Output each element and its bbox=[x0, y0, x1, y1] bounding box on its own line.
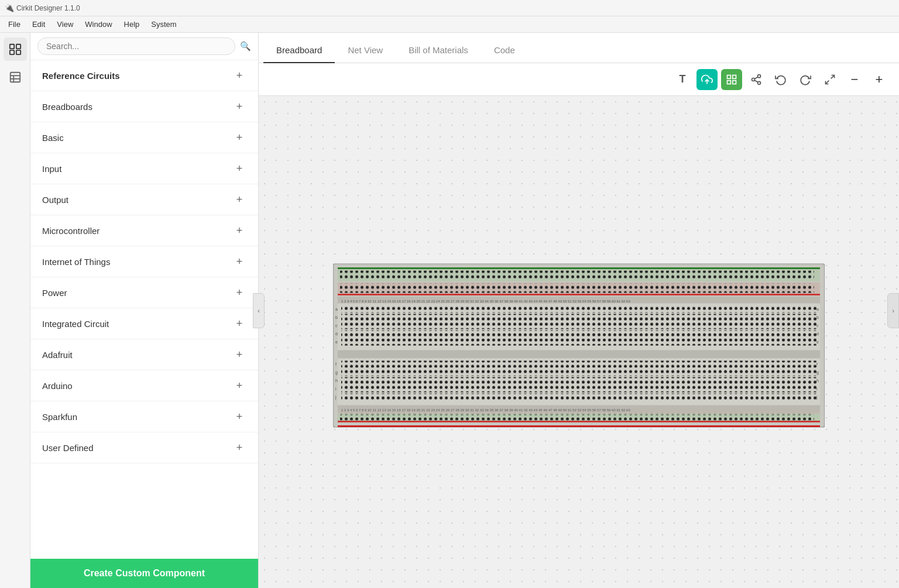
add-sparkfun[interactable]: + bbox=[232, 410, 246, 424]
add-input[interactable]: + bbox=[232, 161, 246, 176]
svg-rect-31 bbox=[341, 305, 816, 312]
tab-bom[interactable]: Bill of Materials bbox=[396, 38, 481, 63]
category-label-breadboards: Breadboards bbox=[42, 102, 92, 112]
main-layout: 🔍 Reference Circuits + Breadboards + Bas… bbox=[0, 33, 899, 588]
fullscreen-button[interactable] bbox=[819, 69, 840, 90]
svg-rect-27 bbox=[340, 283, 814, 293]
menubar: File Edit View Window Help System bbox=[0, 16, 899, 33]
category-label-iot: Internet of Things bbox=[42, 257, 110, 267]
add-user-defined[interactable]: + bbox=[232, 441, 246, 455]
category-microcontroller[interactable]: Microcontroller + bbox=[30, 215, 258, 246]
zoom-in-button[interactable]: + bbox=[869, 69, 890, 90]
category-breadboards[interactable]: Breadboards + bbox=[30, 91, 258, 122]
undo-icon bbox=[775, 74, 787, 85]
category-label-sparkfun: Sparkfun bbox=[42, 412, 77, 422]
category-label-arduino: Arduino bbox=[42, 381, 73, 391]
svg-text:d: d bbox=[816, 331, 819, 335]
grid-icon bbox=[726, 74, 737, 85]
search-bar: 🔍 bbox=[30, 33, 258, 60]
svg-rect-24 bbox=[340, 270, 814, 278]
add-breadboards[interactable]: + bbox=[232, 99, 246, 114]
add-reference-circuits[interactable]: + bbox=[232, 68, 246, 82]
menu-window[interactable]: Window bbox=[79, 19, 118, 30]
category-adafruit[interactable]: Adafruit + bbox=[30, 339, 258, 370]
svg-rect-48 bbox=[341, 360, 816, 367]
category-input[interactable]: Input + bbox=[30, 153, 258, 184]
category-ic[interactable]: Integrated Circuit + bbox=[30, 308, 258, 339]
add-output[interactable]: + bbox=[232, 192, 246, 207]
add-adafruit[interactable]: + bbox=[232, 348, 246, 362]
svg-line-18 bbox=[831, 75, 835, 78]
menu-help[interactable]: Help bbox=[118, 19, 146, 30]
breadboard-container: 1 2 3 4 5 6 7 8 9 10 11 12 13 14 15 16 1… bbox=[333, 263, 825, 427]
svg-rect-11 bbox=[728, 80, 731, 84]
add-microcontroller[interactable]: + bbox=[232, 223, 246, 238]
collapse-panel-left[interactable]: ‹ bbox=[253, 293, 265, 328]
svg-rect-70 bbox=[340, 414, 814, 420]
share-icon bbox=[750, 74, 762, 85]
text-tool-button[interactable]: T bbox=[672, 69, 693, 90]
create-custom-component-button[interactable]: Create Custom Component bbox=[30, 559, 258, 588]
svg-rect-52 bbox=[341, 393, 816, 400]
category-power[interactable]: Power + bbox=[30, 277, 258, 308]
svg-rect-9 bbox=[728, 75, 731, 78]
grid-toggle-button[interactable] bbox=[721, 69, 742, 90]
menu-edit[interactable]: Edit bbox=[26, 19, 51, 30]
category-sparkfun[interactable]: Sparkfun + bbox=[30, 401, 258, 432]
svg-rect-4 bbox=[10, 73, 20, 82]
add-power[interactable]: + bbox=[232, 286, 246, 300]
category-iot[interactable]: Internet of Things + bbox=[30, 246, 258, 277]
tab-breadboard[interactable]: Breadboard bbox=[263, 38, 335, 63]
menu-view[interactable]: View bbox=[51, 19, 79, 30]
add-ic[interactable]: + bbox=[232, 317, 246, 331]
svg-point-13 bbox=[758, 74, 761, 77]
category-label-power: Power bbox=[42, 288, 67, 298]
library-icon-btn[interactable] bbox=[4, 66, 27, 89]
category-basic[interactable]: Basic + bbox=[30, 122, 258, 153]
category-arduino[interactable]: Arduino + bbox=[30, 370, 258, 401]
svg-rect-0 bbox=[9, 44, 13, 49]
tab-code[interactable]: Code bbox=[481, 38, 528, 63]
svg-rect-10 bbox=[733, 75, 736, 78]
svg-text:f: f bbox=[335, 362, 337, 366]
tab-netview[interactable]: Net View bbox=[335, 38, 396, 63]
svg-point-14 bbox=[752, 78, 755, 81]
app-icon: 🔌 bbox=[5, 4, 14, 12]
svg-rect-49 bbox=[341, 369, 816, 376]
canvas-area[interactable]: 1 2 3 4 5 6 7 8 9 10 11 12 13 14 15 16 1… bbox=[259, 96, 899, 588]
upload-icon bbox=[701, 74, 713, 85]
category-label-microcontroller: Microcontroller bbox=[42, 226, 99, 236]
redo-button[interactable] bbox=[795, 69, 816, 90]
add-basic[interactable]: + bbox=[232, 130, 246, 145]
add-iot[interactable]: + bbox=[232, 255, 246, 269]
category-reference-circuits[interactable]: Reference Circuits + bbox=[30, 60, 258, 91]
component-list: Reference Circuits + Breadboards + Basic… bbox=[30, 60, 258, 559]
svg-rect-35 bbox=[341, 338, 816, 345]
svg-text:c: c bbox=[816, 323, 819, 327]
svg-text:b: b bbox=[816, 315, 819, 319]
menu-file[interactable]: File bbox=[2, 19, 26, 30]
svg-rect-2 bbox=[9, 50, 13, 54]
redo-icon bbox=[800, 74, 811, 85]
svg-rect-34 bbox=[341, 330, 816, 337]
collapse-panel-right[interactable]: › bbox=[887, 293, 899, 328]
add-arduino[interactable]: + bbox=[232, 379, 246, 393]
category-output[interactable]: Output + bbox=[30, 184, 258, 215]
svg-text:a: a bbox=[335, 307, 338, 311]
search-input[interactable] bbox=[37, 37, 235, 55]
svg-text:1  2  3  4  5  6  7  8  9 10 1: 1 2 3 4 5 6 7 8 9 10 11 12 13 14 15 16 1… bbox=[341, 408, 630, 411]
svg-text:b: b bbox=[335, 315, 338, 319]
sidebar-icons bbox=[0, 33, 30, 588]
component-panel-icon[interactable] bbox=[4, 37, 27, 61]
svg-text:f: f bbox=[816, 362, 818, 366]
category-user-defined[interactable]: User Defined + bbox=[30, 432, 258, 463]
svg-text:a: a bbox=[816, 307, 819, 311]
upload-button[interactable] bbox=[696, 69, 718, 90]
menu-system[interactable]: System bbox=[145, 19, 182, 30]
svg-rect-33 bbox=[341, 322, 816, 329]
svg-rect-51 bbox=[341, 385, 816, 392]
component-panel: 🔍 Reference Circuits + Breadboards + Bas… bbox=[30, 33, 259, 588]
undo-button[interactable] bbox=[770, 69, 791, 90]
zoom-out-button[interactable]: − bbox=[844, 69, 865, 90]
share-button[interactable] bbox=[746, 69, 767, 90]
